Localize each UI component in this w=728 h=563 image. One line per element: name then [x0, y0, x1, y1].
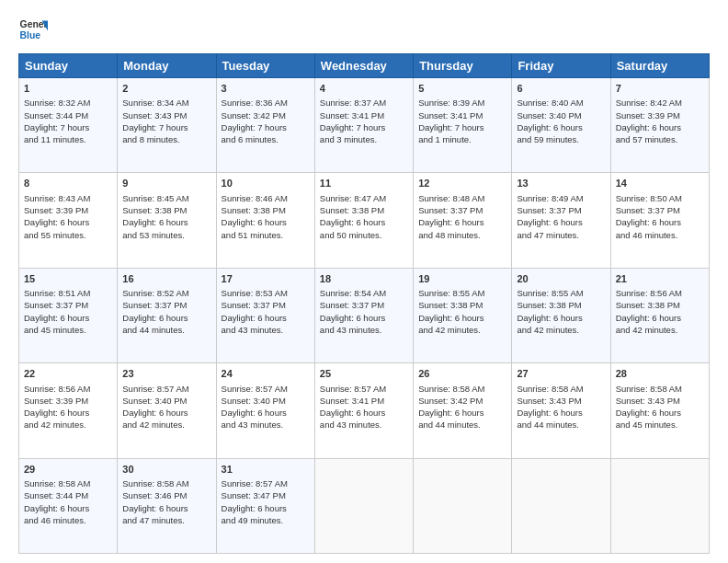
calendar-cell: 5Sunrise: 8:39 AMSunset: 3:41 PMDaylight…	[414, 78, 512, 173]
day-info: and 1 minute.	[418, 133, 506, 145]
day-info: Sunset: 3:43 PM	[616, 395, 704, 407]
calendar-cell: 18Sunrise: 8:54 AMSunset: 3:37 PMDayligh…	[314, 268, 413, 362]
day-info: Daylight: 6 hours	[517, 121, 605, 133]
day-number: 25	[320, 367, 408, 381]
day-info: Sunrise: 8:32 AM	[24, 97, 112, 109]
calendar-cell: 8Sunrise: 8:43 AMSunset: 3:39 PMDaylight…	[19, 173, 118, 268]
day-info: Sunset: 3:39 PM	[24, 395, 112, 407]
day-info: Sunrise: 8:49 AM	[517, 192, 605, 204]
day-info: Sunset: 3:37 PM	[24, 299, 112, 311]
day-info: Sunset: 3:44 PM	[24, 489, 112, 501]
day-info: Sunrise: 8:40 AM	[517, 97, 605, 109]
calendar-cell: 3Sunrise: 8:36 AMSunset: 3:42 PMDaylight…	[216, 78, 314, 173]
day-info: Sunset: 3:38 PM	[418, 299, 506, 311]
day-info: Sunrise: 8:57 AM	[222, 383, 310, 395]
calendar-cell: 28Sunrise: 8:58 AMSunset: 3:43 PMDayligh…	[610, 363, 709, 458]
day-info: Daylight: 6 hours	[222, 312, 310, 324]
day-info: and 44 minutes.	[418, 419, 506, 431]
day-info: Sunrise: 8:39 AM	[418, 97, 506, 109]
day-info: Sunrise: 8:54 AM	[320, 287, 408, 299]
calendar-cell: 9Sunrise: 8:45 AMSunset: 3:38 PMDaylight…	[118, 173, 216, 268]
weekday-header-friday: Friday	[512, 54, 610, 78]
svg-text:Blue: Blue	[20, 30, 41, 40]
day-info: and 42 minutes.	[122, 419, 210, 431]
day-number: 6	[517, 82, 605, 96]
day-info: Sunrise: 8:53 AM	[222, 287, 310, 299]
day-info: Sunrise: 8:50 AM	[616, 192, 704, 204]
day-number: 26	[418, 367, 506, 381]
day-info: Sunset: 3:41 PM	[320, 395, 408, 407]
day-info: Daylight: 6 hours	[418, 407, 506, 419]
day-info: Sunset: 3:39 PM	[616, 109, 704, 121]
day-info: and 43 minutes.	[320, 324, 408, 336]
day-info: Sunset: 3:38 PM	[320, 204, 408, 216]
day-info: Sunrise: 8:58 AM	[616, 383, 704, 395]
day-number: 5	[418, 82, 506, 96]
calendar-cell	[414, 458, 512, 553]
day-info: Daylight: 6 hours	[616, 312, 704, 324]
day-info: Sunset: 3:38 PM	[122, 204, 210, 216]
day-info: Daylight: 6 hours	[24, 407, 112, 419]
day-info: and 42 minutes.	[517, 324, 605, 336]
day-info: Sunrise: 8:57 AM	[122, 383, 210, 395]
day-info: Daylight: 6 hours	[517, 407, 605, 419]
day-info: Sunrise: 8:45 AM	[122, 192, 210, 204]
day-number: 23	[122, 367, 210, 381]
calendar-cell: 4Sunrise: 8:37 AMSunset: 3:41 PMDaylight…	[314, 78, 413, 173]
day-info: and 43 minutes.	[222, 419, 310, 431]
day-info: Sunrise: 8:37 AM	[320, 97, 408, 109]
weekday-header-saturday: Saturday	[610, 54, 709, 78]
day-info: Sunrise: 8:48 AM	[418, 192, 506, 204]
day-info: and 42 minutes.	[24, 419, 112, 431]
day-info: and 44 minutes.	[122, 324, 210, 336]
day-info: Daylight: 6 hours	[320, 407, 408, 419]
day-info: Daylight: 7 hours	[24, 121, 112, 133]
day-number: 7	[616, 82, 704, 96]
weekday-header-monday: Monday	[118, 54, 216, 78]
day-info: and 43 minutes.	[320, 419, 408, 431]
calendar-cell: 16Sunrise: 8:52 AMSunset: 3:37 PMDayligh…	[118, 268, 216, 362]
day-info: and 42 minutes.	[418, 324, 506, 336]
day-info: Sunrise: 8:52 AM	[122, 287, 210, 299]
day-info: Sunset: 3:40 PM	[122, 395, 210, 407]
day-number: 12	[418, 177, 506, 190]
day-info: and 43 minutes.	[222, 324, 310, 336]
day-info: and 44 minutes.	[517, 419, 605, 431]
calendar-cell: 11Sunrise: 8:47 AMSunset: 3:38 PMDayligh…	[314, 173, 413, 268]
weekday-header-tuesday: Tuesday	[216, 54, 314, 78]
day-info: Daylight: 6 hours	[222, 407, 310, 419]
calendar-cell: 12Sunrise: 8:48 AMSunset: 3:37 PMDayligh…	[414, 173, 512, 268]
page: General Blue SundayMondayTuesdayWednesda…	[0, 0, 728, 563]
day-info: Sunset: 3:38 PM	[517, 299, 605, 311]
calendar-cell: 30Sunrise: 8:58 AMSunset: 3:46 PMDayligh…	[118, 458, 216, 553]
day-number: 22	[24, 367, 112, 381]
day-number: 29	[24, 463, 112, 477]
day-info: Sunset: 3:37 PM	[418, 204, 506, 216]
day-info: Sunset: 3:37 PM	[616, 204, 704, 216]
day-info: Sunrise: 8:58 AM	[24, 477, 112, 489]
day-info: Daylight: 6 hours	[24, 216, 112, 228]
weekday-header-thursday: Thursday	[414, 54, 512, 78]
calendar-cell: 10Sunrise: 8:46 AMSunset: 3:38 PMDayligh…	[216, 173, 314, 268]
day-number: 2	[122, 82, 210, 96]
day-info: and 46 minutes.	[24, 514, 112, 526]
day-info: Sunrise: 8:55 AM	[517, 287, 605, 299]
day-info: Sunrise: 8:34 AM	[122, 97, 210, 109]
day-number: 3	[222, 82, 310, 96]
day-info: Sunset: 3:37 PM	[122, 299, 210, 311]
day-number: 24	[222, 367, 310, 381]
day-info: Sunset: 3:43 PM	[517, 395, 605, 407]
day-info: Daylight: 6 hours	[616, 216, 704, 228]
calendar-cell: 14Sunrise: 8:50 AMSunset: 3:37 PMDayligh…	[610, 173, 709, 268]
calendar-cell: 29Sunrise: 8:58 AMSunset: 3:44 PMDayligh…	[19, 458, 118, 553]
day-info: and 49 minutes.	[222, 514, 310, 526]
day-info: and 59 minutes.	[517, 133, 605, 145]
day-info: Sunset: 3:37 PM	[222, 299, 310, 311]
calendar-cell: 19Sunrise: 8:55 AMSunset: 3:38 PMDayligh…	[414, 268, 512, 362]
day-info: and 51 minutes.	[222, 229, 310, 241]
day-info: Daylight: 6 hours	[222, 502, 310, 514]
day-info: Daylight: 7 hours	[320, 121, 408, 133]
day-number: 4	[320, 82, 408, 96]
day-info: Sunrise: 8:42 AM	[616, 97, 704, 109]
day-info: and 46 minutes.	[616, 229, 704, 241]
